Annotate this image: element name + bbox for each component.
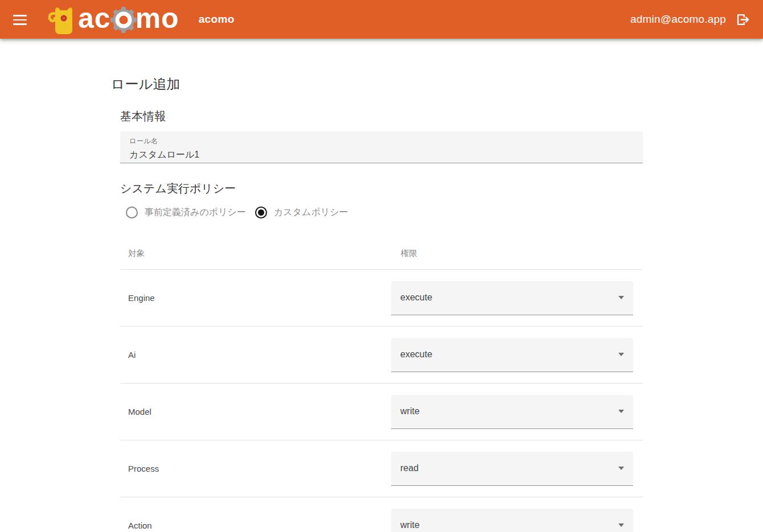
radio-custom-policy[interactable]: カスタムポリシー — [255, 207, 348, 218]
permission-value: write — [400, 520, 420, 530]
acomo-mascot-icon — [47, 5, 76, 35]
target-label: Ai — [120, 350, 391, 360]
permission-value: read — [400, 463, 419, 473]
chevron-down-icon — [618, 523, 624, 527]
role-name-value: カスタムロール1 — [129, 149, 634, 161]
chevron-down-icon — [618, 296, 624, 299]
permission-select[interactable]: execute — [391, 338, 633, 372]
permission-select[interactable]: read — [391, 452, 633, 486]
target-label: Process — [120, 464, 391, 473]
page-title: ロール追加 — [111, 75, 652, 93]
chevron-down-icon — [618, 410, 624, 413]
permission-select[interactable]: execute — [391, 281, 633, 315]
radio-button-icon — [126, 207, 138, 218]
permission-value: write — [400, 406, 420, 416]
app-title: acomo — [199, 13, 235, 26]
permission-select[interactable]: write — [391, 509, 633, 532]
app-header: ac mo acomo admin@acomo.app — [0, 0, 763, 39]
logo-text-right: mo — [136, 4, 179, 32]
target-label: Model — [120, 407, 391, 416]
radio-predefined-policy[interactable]: 事前定義済みのポリシー — [126, 207, 246, 218]
permissions-table-body: Engine execute Ai execute Model write Pr… — [120, 270, 643, 532]
permission-value: execute — [400, 292, 432, 303]
role-name-field[interactable]: ロール名 カスタムロール1 — [120, 131, 643, 163]
logo-text-left: ac — [78, 4, 111, 32]
policy-radio-group: 事前定義済みのポリシー カスタムポリシー — [120, 207, 643, 218]
table-row: Engine execute — [120, 270, 643, 327]
column-header-target: 対象 — [120, 248, 391, 259]
table-header-row: 対象 権限 — [120, 238, 643, 270]
radio-button-icon — [255, 207, 267, 218]
chevron-down-icon — [618, 353, 624, 356]
radio-label: 事前定義済みのポリシー — [145, 207, 246, 218]
acomo-logo: ac mo — [47, 0, 179, 39]
basic-info-heading: 基本情報 — [120, 109, 643, 124]
role-form: 基本情報 ロール名 カスタムロール1 システム実行ポリシー 事前定義済みのポリシ… — [111, 109, 652, 532]
hamburger-menu-icon[interactable] — [13, 15, 27, 25]
permissions-table: 対象 権限 Engine execute Ai execute Model wr… — [120, 238, 643, 532]
main-content: ロール追加 基本情報 ロール名 カスタムロール1 システム実行ポリシー 事前定義… — [111, 75, 652, 532]
permission-value: execute — [400, 349, 432, 360]
role-name-label: ロール名 — [129, 137, 634, 146]
column-header-permission: 権限 — [391, 248, 643, 259]
radio-label: カスタムポリシー — [274, 207, 348, 218]
target-label: Engine — [120, 293, 391, 303]
logo-wordmark: ac mo — [78, 3, 179, 33]
logout-icon — [735, 12, 750, 27]
table-row: Action write — [120, 497, 643, 532]
user-email: admin@acomo.app — [630, 13, 726, 26]
table-row: Process read — [120, 440, 643, 497]
policy-heading: システム実行ポリシー — [120, 181, 643, 196]
chevron-down-icon — [618, 467, 624, 470]
permission-select[interactable]: write — [391, 395, 633, 429]
gear-icon — [110, 7, 137, 33]
target-label: Action — [120, 521, 391, 530]
logout-button[interactable] — [735, 12, 750, 27]
table-row: Model write — [120, 383, 643, 440]
table-row: Ai execute — [120, 327, 643, 383]
